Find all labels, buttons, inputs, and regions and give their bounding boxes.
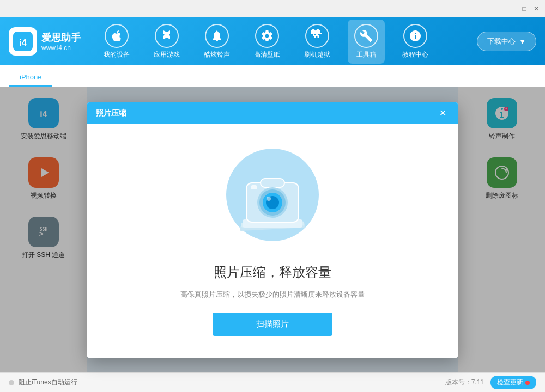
nav-item-my-device[interactable]: 我的设备 bbox=[97, 20, 136, 64]
tutorials-label: 教程中心 bbox=[402, 50, 428, 59]
modal-header: 照片压缩 ✕ bbox=[87, 102, 458, 124]
toolbox-icon bbox=[354, 24, 378, 48]
nav-item-tutorials[interactable]: 教程中心 bbox=[396, 20, 435, 64]
jailbreak-icon bbox=[305, 24, 329, 48]
download-arrow-icon: ▼ bbox=[519, 38, 526, 46]
my-device-icon bbox=[105, 24, 129, 48]
apps-games-icon bbox=[155, 24, 179, 48]
tab-iphone[interactable]: iPhone bbox=[9, 69, 52, 87]
svg-point-21 bbox=[267, 197, 271, 201]
status-bar: 阻止iTunes自动运行 版本号：7.11 检查更新 bbox=[0, 372, 545, 392]
status-left: 阻止iTunes自动运行 bbox=[9, 378, 77, 387]
main-content: i4 安装爱思移动端 视频转换 SSH >_ 打开 SSH 通道 bbox=[0, 87, 545, 372]
camera-illustration bbox=[213, 146, 332, 255]
status-dot-icon bbox=[9, 380, 14, 385]
photo-compress-modal: 照片压缩 ✕ bbox=[87, 102, 458, 358]
modal-overlay: 照片压缩 ✕ bbox=[0, 87, 545, 372]
update-label: 检查更新 bbox=[497, 378, 523, 387]
nav-items: 我的设备 应用游戏 酷炫铃声 bbox=[92, 20, 440, 64]
maximize-button[interactable]: □ bbox=[520, 4, 529, 13]
svg-text:i4: i4 bbox=[19, 38, 26, 47]
logo-area: i4 爱思助手 www.i4.cn bbox=[9, 27, 81, 56]
nav-item-jailbreak[interactable]: 刷机越狱 bbox=[298, 20, 337, 64]
wallpaper-label: 高清壁纸 bbox=[254, 50, 280, 59]
update-notification-dot bbox=[525, 381, 530, 385]
download-label: 下载中心 bbox=[487, 36, 516, 46]
nav-item-toolbox[interactable]: 工具箱 bbox=[348, 20, 385, 64]
nav-item-wallpaper[interactable]: 高清壁纸 bbox=[247, 20, 287, 64]
my-device-label: 我的设备 bbox=[104, 50, 130, 59]
modal-close-button[interactable]: ✕ bbox=[436, 107, 449, 120]
logo-icon: i4 bbox=[9, 27, 37, 56]
svg-rect-16 bbox=[261, 179, 284, 187]
itunes-status-text: 阻止iTunes自动运行 bbox=[19, 378, 77, 387]
logo-url: www.i4.cn bbox=[41, 44, 81, 52]
modal-main-text: 照片压缩，释放容量 bbox=[214, 264, 331, 281]
minimize-button[interactable]: ─ bbox=[508, 4, 517, 13]
modal-body: 照片压缩，释放容量 高保真照片压缩，以损失极少的照片清晰度来释放设备容量 扫描照… bbox=[87, 124, 458, 358]
scan-photos-button[interactable]: 扫描照片 bbox=[213, 313, 332, 336]
tutorials-icon bbox=[403, 24, 427, 48]
check-update-button[interactable]: 检查更新 bbox=[491, 376, 536, 389]
jailbreak-label: 刷机越狱 bbox=[304, 50, 330, 59]
top-nav: i4 爱思助手 www.i4.cn 我的设备 应用游戏 bbox=[0, 17, 545, 65]
modal-title: 照片压缩 bbox=[96, 108, 126, 118]
nav-item-ringtones[interactable]: 酷炫铃声 bbox=[197, 20, 237, 64]
modal-sub-text: 高保真照片压缩，以损失极少的照片清晰度来释放设备容量 bbox=[180, 290, 365, 299]
svg-rect-22 bbox=[251, 185, 257, 189]
tab-bar: iPhone bbox=[0, 65, 545, 87]
logo-text: 爱思助手 www.i4.cn bbox=[41, 31, 81, 52]
toolbox-label: 工具箱 bbox=[356, 50, 376, 59]
logo-name: 爱思助手 bbox=[41, 31, 81, 44]
title-bar: ─ □ ✕ bbox=[0, 0, 545, 17]
wallpaper-icon bbox=[255, 24, 279, 48]
apps-games-label: 应用游戏 bbox=[154, 50, 180, 59]
version-info: 版本号：7.11 bbox=[445, 378, 484, 387]
ringtones-icon bbox=[205, 24, 229, 48]
status-right: 版本号：7.11 检查更新 bbox=[445, 376, 536, 389]
download-center-button[interactable]: 下载中心 ▼ bbox=[477, 32, 536, 51]
nav-item-apps-games[interactable]: 应用游戏 bbox=[147, 20, 186, 64]
close-button[interactable]: ✕ bbox=[532, 4, 541, 13]
ringtones-label: 酷炫铃声 bbox=[204, 50, 230, 59]
